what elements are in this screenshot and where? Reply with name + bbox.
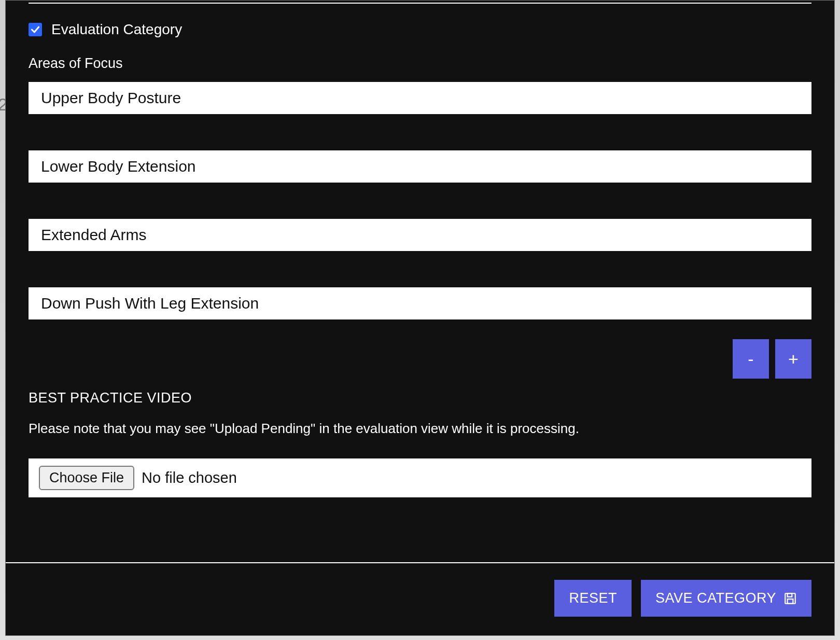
- best-practice-video-heading: BEST PRACTICE VIDEO: [29, 390, 811, 406]
- file-status: No file chosen: [142, 469, 237, 486]
- svg-rect-1: [788, 593, 792, 597]
- modal-footer: RESET SAVE CATEGORY: [6, 562, 834, 635]
- modal: Evaluation Category Areas of Focus - + B…: [5, 0, 835, 636]
- svg-rect-2: [788, 599, 793, 604]
- best-practice-video-note: Please note that you may see "Upload Pen…: [29, 421, 811, 437]
- focus-input-3[interactable]: [29, 219, 811, 251]
- file-upload-row: Choose File No file chosen: [29, 458, 811, 497]
- check-icon: [30, 24, 40, 35]
- remove-focus-button[interactable]: -: [733, 339, 769, 379]
- areas-of-focus-label: Areas of Focus: [29, 55, 811, 72]
- save-category-label: SAVE CATEGORY: [655, 590, 776, 606]
- focus-input-4[interactable]: [29, 287, 811, 319]
- modal-body: Evaluation Category Areas of Focus - + B…: [6, 1, 834, 562]
- choose-file-button[interactable]: Choose File: [39, 466, 134, 490]
- focus-input-2[interactable]: [29, 150, 811, 183]
- focus-stepper: - +: [29, 339, 811, 379]
- reset-button[interactable]: RESET: [554, 580, 632, 617]
- areas-of-focus-list: [29, 72, 811, 319]
- focus-input-1[interactable]: [29, 82, 811, 114]
- evaluation-category-checkbox[interactable]: [29, 23, 42, 36]
- save-icon: [783, 592, 797, 605]
- save-category-button[interactable]: SAVE CATEGORY: [641, 580, 811, 617]
- add-focus-button[interactable]: +: [775, 339, 811, 379]
- evaluation-category-label: Evaluation Category: [51, 21, 182, 38]
- divider: [29, 3, 811, 4]
- evaluation-category-row: Evaluation Category: [29, 21, 811, 38]
